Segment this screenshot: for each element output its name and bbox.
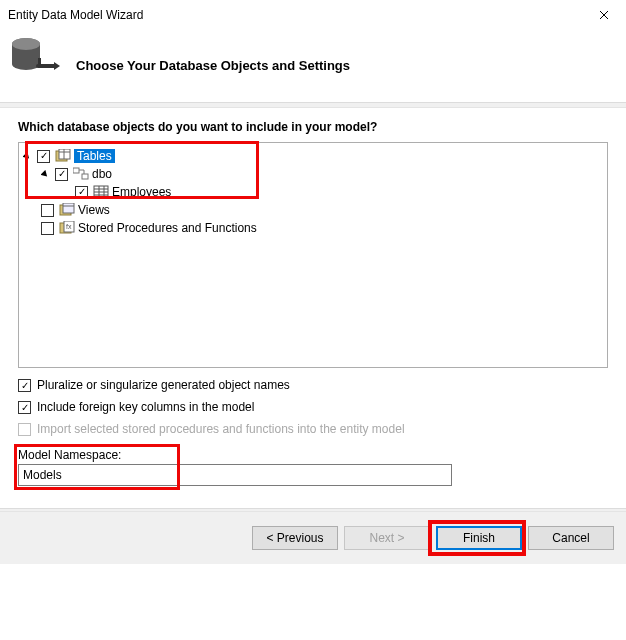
option-pluralize[interactable]: Pluralize or singularize generated objec… xyxy=(18,374,608,396)
option-import-sprocs-label: Import selected stored procedures and fu… xyxy=(37,422,405,436)
checkbox-employees[interactable] xyxy=(75,186,88,199)
namespace-input[interactable] xyxy=(18,464,452,486)
tree-node-tables[interactable]: Tables xyxy=(21,147,605,165)
checkbox-sprocs[interactable] xyxy=(41,222,54,235)
tree-node-views[interactable]: Views xyxy=(21,201,605,219)
sprocs-icon: fx xyxy=(59,221,75,235)
option-import-sprocs: Import selected stored procedures and fu… xyxy=(18,418,608,440)
cancel-button[interactable]: Cancel xyxy=(528,526,614,550)
namespace-label: Model Namespace: xyxy=(18,448,608,462)
checkbox-import-sprocs xyxy=(18,423,31,436)
tree-label-employees: Employees xyxy=(112,185,171,199)
tree-label-views: Views xyxy=(78,203,110,217)
tree-label-dbo: dbo xyxy=(92,167,112,181)
titlebar: Entity Data Model Wizard xyxy=(0,0,626,30)
tree-label-tables: Tables xyxy=(74,149,115,163)
tree-node-employees[interactable]: Employees xyxy=(21,183,605,201)
wizard-header: Choose Your Database Objects and Setting… xyxy=(0,30,626,98)
schema-icon xyxy=(73,167,89,181)
svg-rect-16 xyxy=(63,203,74,213)
svg-rect-7 xyxy=(73,168,79,173)
previous-button[interactable]: < Previous xyxy=(252,526,338,550)
expander-icon[interactable] xyxy=(21,150,33,162)
options-area: Pluralize or singularize generated objec… xyxy=(0,374,626,440)
option-pluralize-label: Pluralize or singularize generated objec… xyxy=(37,378,290,392)
option-foreign-keys-label: Include foreign key columns in the model xyxy=(37,400,254,414)
footer-buttons: < Previous Next > Finish Cancel xyxy=(0,512,626,564)
checkbox-views[interactable] xyxy=(41,204,54,217)
content-area: Which database objects do you want to in… xyxy=(0,108,626,374)
tree-node-sprocs[interactable]: fx Stored Procedures and Functions xyxy=(21,219,605,237)
svg-point-1 xyxy=(12,38,40,50)
wizard-heading: Choose Your Database Objects and Setting… xyxy=(76,48,350,73)
objects-tree[interactable]: Tables dbo Employees xyxy=(18,142,608,368)
checkbox-tables[interactable] xyxy=(37,150,50,163)
option-foreign-keys[interactable]: Include foreign key columns in the model xyxy=(18,396,608,418)
close-button[interactable] xyxy=(584,1,624,29)
table-icon xyxy=(93,185,109,199)
svg-rect-8 xyxy=(82,174,88,179)
finish-button[interactable]: Finish xyxy=(436,526,522,550)
next-button: Next > xyxy=(344,526,430,550)
namespace-area: Model Namespace: xyxy=(0,440,626,486)
close-icon xyxy=(599,10,609,20)
views-icon xyxy=(59,203,75,217)
tables-icon xyxy=(55,149,71,163)
tree-node-dbo[interactable]: dbo xyxy=(21,165,605,183)
window-title: Entity Data Model Wizard xyxy=(8,8,584,22)
expander-icon[interactable] xyxy=(39,168,51,180)
checkbox-dbo[interactable] xyxy=(55,168,68,181)
tree-label-sprocs: Stored Procedures and Functions xyxy=(78,221,257,235)
question-label: Which database objects do you want to in… xyxy=(18,120,608,134)
database-icon xyxy=(10,36,58,84)
svg-text:fx: fx xyxy=(66,223,72,230)
svg-rect-2 xyxy=(38,58,41,66)
checkbox-pluralize[interactable] xyxy=(18,379,31,392)
checkbox-foreign-keys[interactable] xyxy=(18,401,31,414)
